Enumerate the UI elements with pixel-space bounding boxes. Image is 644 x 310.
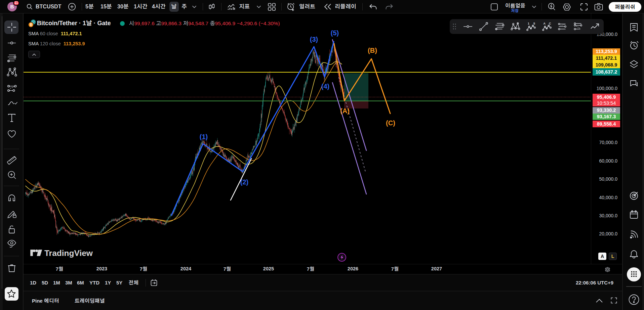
svg-text:C: C <box>549 22 551 25</box>
svg-text:(C): (C) <box>386 119 395 127</box>
svg-text:(5): (5) <box>331 29 339 37</box>
svg-text:(3): (3) <box>310 36 318 43</box>
svg-text:TradingView: TradingView <box>44 250 93 258</box>
svg-text:1: 1 <box>528 22 529 25</box>
svg-text:(2): (2) <box>240 178 248 186</box>
svg-text:A: A <box>544 22 546 25</box>
svg-text:(A): (A) <box>340 107 350 115</box>
svg-text:5: 5 <box>533 22 535 25</box>
svg-text:(B): (B) <box>368 47 377 54</box>
svg-text:(4): (4) <box>321 83 329 90</box>
svg-text:(1): (1) <box>200 133 208 140</box>
